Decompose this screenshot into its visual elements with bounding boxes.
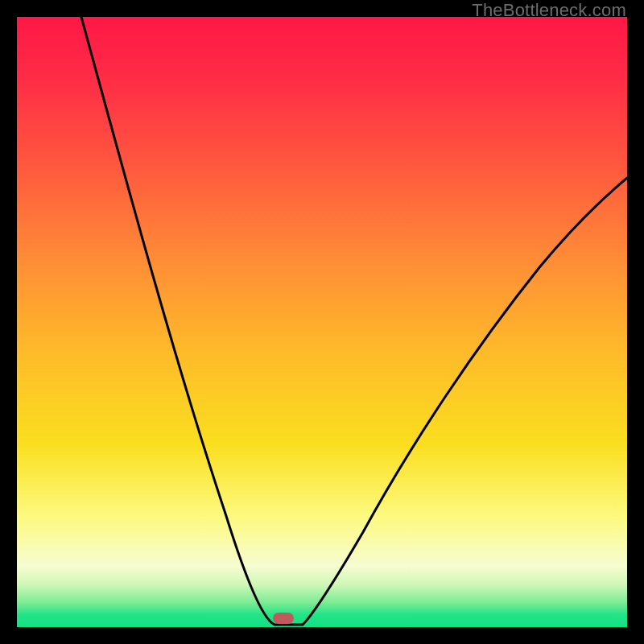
optimum-marker	[273, 613, 294, 624]
curve-path	[81, 17, 627, 625]
chart-area	[17, 17, 627, 627]
bottleneck-curve	[17, 17, 627, 627]
